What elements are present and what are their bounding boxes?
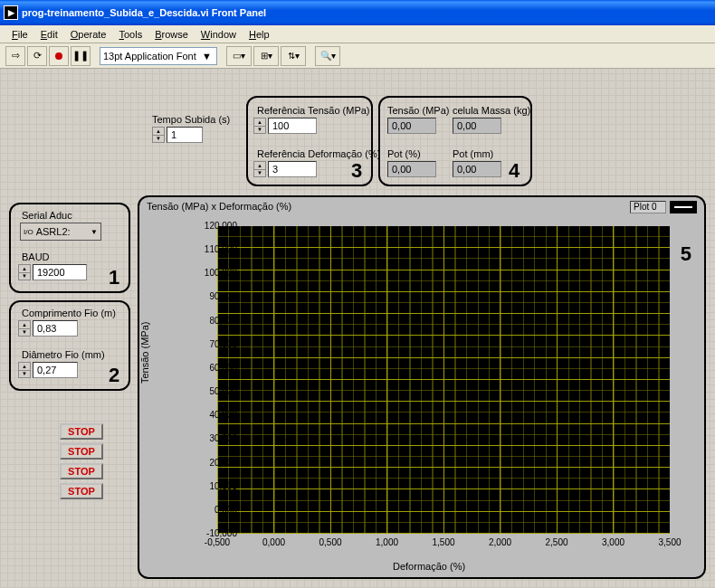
serial-port-select[interactable]: I/O ASRL2: ▼ bbox=[20, 223, 101, 241]
baud-control: ▲▼ 19200 bbox=[18, 264, 87, 280]
x-tick: 2,000 bbox=[482, 537, 519, 547]
diam-control: ▲▼ 0,27 bbox=[18, 362, 78, 378]
x-tick: 0,500 bbox=[312, 537, 348, 547]
x-tick: 3,000 bbox=[596, 537, 632, 547]
serial-port-value: ASRL2: bbox=[36, 226, 71, 237]
ref-deform-input[interactable]: 3 bbox=[268, 161, 317, 177]
diam-spinner[interactable]: ▲▼ bbox=[18, 362, 31, 378]
menubar: File Edit Operate Tools Browse Window He… bbox=[0, 25, 715, 43]
comp-label: Comprimento Fio (m) bbox=[22, 308, 116, 318]
y-axis-label: Tensão (MPa) bbox=[139, 322, 150, 384]
annot-5: 5 bbox=[681, 242, 691, 266]
y-tick: 0,000 bbox=[192, 505, 237, 515]
x-tick: 2,500 bbox=[539, 537, 575, 547]
reorder-button[interactable]: ⇅▾ bbox=[281, 46, 306, 66]
stop-button-4[interactable]: STOP bbox=[60, 483, 103, 499]
legend-label: Plot 0 bbox=[630, 201, 666, 213]
ind-potpct-label: Pot (%) bbox=[387, 148, 421, 159]
ref-deform-control: ▲▼ 3 bbox=[253, 161, 317, 177]
y-tick: 120,000 bbox=[192, 221, 237, 231]
baud-spinner[interactable]: ▲▼ bbox=[18, 264, 31, 280]
y-tick: 30,000 bbox=[192, 433, 237, 443]
tempo-label: Tempo Subida (s) bbox=[152, 114, 230, 125]
menu-operate[interactable]: Operate bbox=[64, 27, 113, 42]
annot-2: 2 bbox=[109, 364, 119, 387]
stop-button-3[interactable]: STOP bbox=[60, 463, 103, 479]
front-panel: Tempo Subida (s) ▲▼ 1 Referência Tensão … bbox=[0, 69, 715, 588]
y-tick: 40,000 bbox=[192, 410, 237, 420]
titlebar: ▶ prog-treinamento_Subida_e_Descida.vi F… bbox=[0, 0, 715, 25]
annot-4: 4 bbox=[509, 159, 520, 183]
font-label: 13pt Application Font bbox=[103, 51, 196, 62]
tempo-spinner[interactable]: ▲▼ bbox=[152, 127, 165, 143]
abort-button[interactable] bbox=[49, 46, 69, 66]
ref-tensao-control: ▲▼ 100 bbox=[253, 118, 317, 134]
chevron-down-icon: ▼ bbox=[200, 51, 214, 62]
y-tick: 10,000 bbox=[192, 481, 237, 491]
annot-3: 3 bbox=[351, 159, 362, 183]
ind-potpct: 0,00 bbox=[387, 161, 436, 177]
toolbar: ⇨ ⟳ ❚❚ 13pt Application Font▼ ▭▾ ⊞▾ ⇅▾ 🔍… bbox=[0, 43, 715, 69]
chart-container: Tensão (MPa) x Deformação (%) Plot 0 Ten… bbox=[138, 195, 706, 579]
ind-potmm: 0,00 bbox=[453, 161, 501, 177]
ind-tensao: 0,00 bbox=[387, 118, 436, 134]
ref-tensao-input[interactable]: 100 bbox=[268, 118, 317, 134]
stop-button-2[interactable]: STOP bbox=[60, 443, 103, 460]
y-tick: 100,000 bbox=[192, 268, 237, 278]
app-icon: ▶ bbox=[4, 5, 18, 20]
diam-input[interactable]: 0,27 bbox=[33, 362, 78, 378]
ind-massa: 0,00 bbox=[453, 118, 501, 134]
menu-file[interactable]: File bbox=[5, 27, 34, 42]
baud-label: BAUD bbox=[22, 251, 50, 262]
chart-legend[interactable]: Plot 0 bbox=[630, 201, 697, 213]
tempo-control: ▲▼ 1 bbox=[152, 127, 203, 143]
comp-input[interactable]: 0,83 bbox=[33, 320, 78, 337]
y-tick: 50,000 bbox=[192, 386, 237, 396]
run-button[interactable]: ⇨ bbox=[5, 46, 25, 66]
chevron-down-icon: ▼ bbox=[91, 228, 98, 236]
x-tick: 0,000 bbox=[256, 537, 292, 547]
menu-tools[interactable]: Tools bbox=[112, 27, 148, 42]
ref-tensao-label: Referência Tensão (MPa) bbox=[257, 105, 370, 116]
baud-input[interactable]: 19200 bbox=[33, 264, 87, 280]
io-icon: I/O bbox=[24, 228, 33, 236]
ref-tensao-spinner[interactable]: ▲▼ bbox=[253, 118, 266, 134]
align-button[interactable]: ▭▾ bbox=[226, 46, 252, 66]
x-tick: 1,500 bbox=[425, 537, 462, 547]
y-tick: 110,000 bbox=[192, 244, 237, 254]
stop-button-1[interactable]: STOP bbox=[60, 423, 103, 440]
menu-window[interactable]: Window bbox=[195, 27, 243, 42]
legend-sample bbox=[670, 201, 697, 213]
x-tick: 1,000 bbox=[369, 537, 405, 547]
y-tick: 70,000 bbox=[192, 339, 237, 349]
ind-tensao-label: Tensão (MPa) bbox=[387, 105, 449, 116]
annot-1: 1 bbox=[109, 266, 119, 289]
window-title: prog-treinamento_Subida_e_Descida.vi Fro… bbox=[22, 7, 266, 18]
grid-major bbox=[217, 226, 670, 534]
run-cont-button[interactable]: ⟳ bbox=[27, 46, 47, 66]
ref-deform-label: Referência Deformação (%) bbox=[257, 148, 380, 159]
distribute-button[interactable]: ⊞▾ bbox=[253, 46, 279, 66]
menu-browse[interactable]: Browse bbox=[148, 27, 195, 42]
menu-help[interactable]: Help bbox=[243, 27, 276, 42]
chart-title: Tensão (MPa) x Deformação (%) bbox=[147, 201, 291, 212]
serial-label: Serial Aduc bbox=[22, 210, 72, 221]
y-tick: 20,000 bbox=[192, 458, 237, 468]
ref-deform-spinner[interactable]: ▲▼ bbox=[253, 161, 266, 177]
comp-spinner[interactable]: ▲▼ bbox=[18, 320, 31, 337]
x-axis-label: Deformação (%) bbox=[393, 561, 465, 572]
y-tick: 90,000 bbox=[192, 291, 237, 301]
x-tick: -0,500 bbox=[199, 537, 235, 547]
pause-button[interactable]: ❚❚ bbox=[71, 46, 91, 66]
y-tick: 60,000 bbox=[192, 363, 237, 373]
plot-area[interactable] bbox=[217, 226, 670, 534]
tempo-input[interactable]: 1 bbox=[167, 127, 203, 143]
menu-edit[interactable]: Edit bbox=[34, 27, 64, 42]
search-button[interactable]: 🔍▾ bbox=[315, 46, 340, 66]
ind-potmm-label: Pot (mm) bbox=[453, 148, 493, 159]
font-select[interactable]: 13pt Application Font▼ bbox=[100, 47, 217, 65]
x-tick: 3,500 bbox=[652, 537, 688, 547]
diam-label: Diâmetro Fio (mm) bbox=[22, 349, 105, 360]
comp-control: ▲▼ 0,83 bbox=[18, 320, 78, 337]
y-tick: 80,000 bbox=[192, 316, 237, 326]
